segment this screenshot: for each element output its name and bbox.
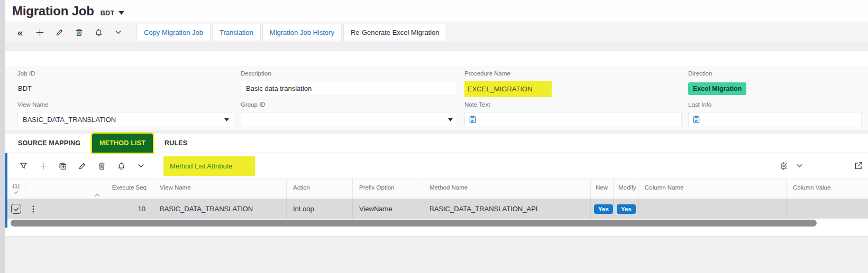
selection-count: (1) <box>13 183 20 189</box>
job-id-value: BDT <box>17 84 32 92</box>
field-note-text: Note Text <box>464 97 688 127</box>
grid-toolbar-right <box>777 159 868 172</box>
command-buttons: Copy Migration Job Translation Migration… <box>136 24 447 41</box>
add-icon[interactable] <box>33 26 46 39</box>
group-id-dropdown[interactable] <box>241 112 458 127</box>
add-icon[interactable] <box>36 159 49 172</box>
field-job-id: Job ID BDT <box>17 66 241 97</box>
last-info-field[interactable] <box>688 112 862 127</box>
column-header-view-name[interactable]: View Name <box>153 179 287 199</box>
field-direction: Direction Excel Migration <box>688 66 868 97</box>
duplicate-icon[interactable] <box>56 159 69 172</box>
row-menu-cell <box>25 199 41 219</box>
field-view-name: View Name BASIC_DATA_TRANSLATION <box>17 97 241 127</box>
horizontal-scrollbar-track[interactable] <box>7 219 868 228</box>
filter-icon[interactable] <box>17 159 30 172</box>
chevron-down-icon[interactable] <box>793 159 806 172</box>
main-toolbar: « Copy Migration Job Translation Migrati… <box>5 22 868 42</box>
column-header-method-name[interactable]: Method Name <box>423 179 591 199</box>
notification-icon[interactable] <box>115 159 127 172</box>
row-checkbox-checked[interactable] <box>11 204 21 214</box>
form-card-top <box>5 51 868 66</box>
page-background <box>5 236 868 273</box>
new-yes-badge: Yes <box>594 204 613 214</box>
cell-modify: Yes <box>614 199 638 219</box>
tab-source-mapping[interactable]: SOURCE MAPPING <box>11 134 88 153</box>
tab-method-list[interactable]: METHOD LIST <box>92 134 153 153</box>
table-header-row: (1) Execute Seq View Name Action Prefix … <box>7 178 868 199</box>
sort-ascending-icon <box>94 193 100 197</box>
field-label: View Name <box>17 101 234 109</box>
field-group-id: Group ID <box>241 97 464 127</box>
description-input[interactable]: Basic data translation <box>241 81 458 96</box>
field-last-info: Last Info <box>688 97 868 127</box>
chevron-down-icon[interactable] <box>112 26 124 39</box>
field-description: Description Basic data translation <box>241 66 464 97</box>
page-title: Migration Job <box>12 4 94 18</box>
collapse-left-icon[interactable]: « <box>14 26 26 39</box>
regenerate-excel-migration-button[interactable]: Re-Generate Excel Migration <box>343 24 447 41</box>
field-label: Group ID <box>241 101 458 109</box>
field-label: Procedure Name <box>464 70 682 78</box>
edit-icon[interactable] <box>76 159 88 172</box>
cell-column-value <box>787 199 868 219</box>
column-header-new[interactable]: New <box>591 179 614 199</box>
migration-job-history-button[interactable]: Migration Job History <box>262 24 342 41</box>
record-id: BDT <box>100 10 115 17</box>
horizontal-scrollbar-thumb[interactable] <box>11 220 817 227</box>
cell-prefix-option: ViewName <box>353 199 423 219</box>
card-bottom-padding <box>5 228 868 236</box>
cell-new: Yes <box>591 199 614 219</box>
kebab-menu-icon[interactable] <box>32 205 34 213</box>
note-icon[interactable] <box>692 115 701 124</box>
cell-view-name: BASIC_DATA_TRANSLATION <box>153 199 287 219</box>
tab-rules[interactable]: RULES <box>157 134 195 153</box>
view-name-dropdown[interactable]: BASIC_DATA_TRANSLATION <box>17 112 234 127</box>
field-label: Description <box>241 70 458 78</box>
page-header: Migration Job BDT <box>5 0 868 22</box>
left-edge-strip <box>0 0 5 273</box>
chevron-down-icon[interactable] <box>134 159 147 172</box>
column-header-column-value[interactable]: Column Value <box>787 179 868 199</box>
translation-button[interactable]: Translation <box>212 24 261 41</box>
notification-icon[interactable] <box>92 26 105 39</box>
record-form-card: Job ID BDT Description Basic data transl… <box>5 51 868 130</box>
record-selector[interactable]: BDT <box>100 10 125 17</box>
direction-badge: Excel Migration <box>688 82 746 95</box>
procedure-name-value-highlighted: EXCEL_MIGRATION <box>464 81 552 97</box>
check-icon <box>14 190 19 194</box>
chevron-down-icon <box>224 118 229 121</box>
column-header-execute-seq[interactable]: Execute Seq <box>41 179 153 199</box>
select-all-header[interactable]: (1) <box>7 179 25 199</box>
column-header-action[interactable]: Action <box>287 179 353 199</box>
field-label: Direction <box>688 70 862 78</box>
field-label: Last Info <box>688 101 862 109</box>
cell-action: InLoop <box>287 199 353 219</box>
tab-bar: SOURCE MAPPING METHOD LIST RULES <box>5 134 868 153</box>
table-row[interactable]: 10 BASIC_DATA_TRANSLATION InLoop ViewNam… <box>7 199 868 219</box>
delete-icon[interactable] <box>72 26 85 39</box>
edit-icon[interactable] <box>53 26 66 39</box>
modify-yes-badge: Yes <box>617 204 636 214</box>
delete-icon[interactable] <box>95 159 108 172</box>
note-text-input[interactable] <box>464 112 682 127</box>
cell-method-name: BASIC_DATA_TRANSLATION_API <box>423 199 591 219</box>
column-header-column-name[interactable]: Column Name <box>638 179 787 199</box>
row-menu-header <box>25 179 41 199</box>
main-content: Migration Job BDT « Copy Migration Job T… <box>5 0 868 273</box>
copy-migration-job-button[interactable]: Copy Migration Job <box>136 24 211 41</box>
field-label: Job ID <box>17 70 234 78</box>
export-icon[interactable] <box>852 159 865 172</box>
chevron-down-icon <box>118 11 124 15</box>
note-icon[interactable] <box>468 115 477 124</box>
grid-toolbar: Method List Attribute <box>7 153 868 178</box>
method-list-attribute-button[interactable]: Method List Attribute <box>163 156 255 176</box>
column-header-modify[interactable]: Modify <box>614 179 638 199</box>
section-gap <box>5 42 868 51</box>
method-list-table-area: Method List Attribute (1) <box>5 153 868 228</box>
column-header-prefix-option[interactable]: Prefix Option <box>353 179 423 199</box>
chevron-down-icon <box>448 118 453 121</box>
cell-execute-seq: 10 <box>41 199 153 219</box>
cell-column-name <box>638 199 787 219</box>
settings-icon[interactable] <box>777 159 790 172</box>
